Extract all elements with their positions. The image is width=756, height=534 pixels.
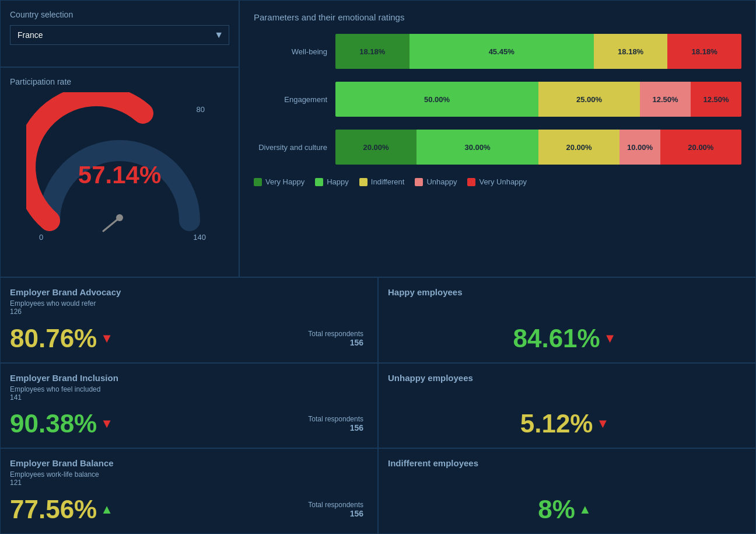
- respondents-label-advocacy: Total respondents: [308, 330, 363, 338]
- legend-happy: Happy: [315, 177, 349, 186]
- value-balance: 77.56% ▲: [10, 495, 113, 524]
- metric-subtitle-balance: Employees work-life balance: [10, 470, 363, 479]
- metric-happy-employees: Happy employees 84.61% ▼: [378, 277, 756, 363]
- respondents-value-balance: 156: [350, 509, 363, 518]
- metric-subtitle-advocacy: Employees who would refer: [10, 299, 363, 308]
- gauge-container: 80 57.14% 0 140: [10, 92, 229, 256]
- metric-indifferent-employees: Indifferent employees 8% ▲: [378, 448, 756, 534]
- participation-panel: Participation rate 80 57.14% 0 140: [0, 67, 239, 278]
- metric-employer-brand-balance: Employer Brand Balance Employees work-li…: [0, 448, 378, 534]
- metric-count-inclusion: 141: [10, 393, 363, 402]
- parameters-panel: Parameters and their emotional ratings W…: [239, 0, 756, 277]
- bar-track-diversity: 20.00% 30.00% 20.00% 10.00% 20.00%: [335, 130, 741, 165]
- segment-very-unhappy: 12.50%: [691, 82, 741, 117]
- bar-track-engagement: 50.00% 25.00% 12.50% 12.50%: [335, 82, 741, 117]
- arrow-down-icon: ▼: [596, 416, 609, 431]
- legend-label-very-happy: Very Happy: [265, 177, 304, 186]
- gauge-value: 57.14%: [78, 161, 161, 189]
- metric-value-row-unhappy: 5.12% ▼: [388, 409, 741, 438]
- metric-value-row-inclusion: 90.38% ▼ Total respondents 156: [10, 409, 363, 438]
- respondents-inclusion: Total respondents 156: [308, 415, 363, 432]
- value-advocacy: 80.76% ▼: [10, 324, 113, 353]
- segment-indifferent: 20.00%: [538, 130, 620, 165]
- country-panel: Country selection France Germany UK Spai…: [0, 0, 239, 67]
- metric-count-balance: 121: [10, 479, 363, 487]
- respondents-value-advocacy: 156: [350, 338, 363, 347]
- legend-label-unhappy: Unhappy: [426, 177, 457, 186]
- country-panel-title: Country selection: [10, 10, 229, 19]
- metric-title-happy: Happy employees: [388, 287, 741, 297]
- segment-happy: 50.00%: [335, 82, 538, 117]
- value-unhappy: 5.12% ▼: [520, 409, 610, 438]
- segment-happy: 45.45%: [410, 34, 594, 69]
- bar-row-engagement: Engagement 50.00% 25.00% 12.50% 12.50%: [254, 82, 741, 117]
- metric-title-unhappy: Unhappy employees: [388, 373, 741, 383]
- gauge-label-0: 0: [39, 233, 43, 242]
- parameters-title: Parameters and their emotional ratings: [254, 12, 741, 22]
- metric-value-balance: 77.56%: [10, 495, 97, 524]
- value-indifferent: 8% ▲: [538, 495, 591, 524]
- metric-count-advocacy: 126: [10, 308, 363, 316]
- respondents-advocacy: Total respondents 156: [308, 330, 363, 347]
- legend-label-indifferent: Indifferent: [371, 177, 405, 186]
- value-inclusion: 90.38% ▼: [10, 409, 113, 438]
- metric-value-row-indifferent: 8% ▲: [388, 495, 741, 524]
- arrow-down-icon: ▼: [100, 331, 113, 346]
- segment-very-unhappy: 20.00%: [660, 130, 741, 165]
- metric-value-unhappy: 5.12%: [520, 409, 593, 438]
- metric-unhappy-employees: Unhappy employees 5.12% ▼: [378, 363, 756, 449]
- bar-label-diversity: Diversity and culture: [254, 143, 335, 152]
- gauge-label-140: 140: [193, 233, 206, 242]
- country-select[interactable]: France Germany UK Spain: [10, 25, 229, 45]
- legend-color-very-happy: [254, 178, 262, 186]
- arrow-up-icon: ▲: [100, 502, 113, 517]
- metric-title-advocacy: Employer Brand Advocacy: [10, 287, 363, 297]
- bar-label-engagement: Engagement: [254, 95, 335, 104]
- participation-title: Participation rate: [10, 77, 71, 86]
- legend-color-unhappy: [415, 178, 423, 186]
- segment-happy: 30.00%: [416, 130, 538, 165]
- metric-value-row-happy: 84.61% ▼: [388, 324, 741, 353]
- metric-subtitle-inclusion: Employees who feel included: [10, 385, 363, 393]
- metric-title-balance: Employer Brand Balance: [10, 458, 363, 468]
- segment-very-happy: 18.18%: [335, 34, 410, 69]
- legend-color-very-unhappy: [467, 178, 475, 186]
- legend-indifferent: Indifferent: [359, 177, 405, 186]
- dashboard: Country selection France Germany UK Spai…: [0, 0, 756, 534]
- respondents-value-inclusion: 156: [350, 423, 363, 432]
- respondents-label-balance: Total respondents: [308, 501, 363, 509]
- segment-unhappy: 12.50%: [640, 82, 691, 117]
- metric-value-indifferent: 8%: [538, 495, 575, 524]
- legend-very-unhappy: Very Unhappy: [467, 177, 527, 186]
- bar-row-diversity: Diversity and culture 20.00% 30.00% 20.0…: [254, 130, 741, 165]
- metric-value-advocacy: 80.76%: [10, 324, 97, 353]
- legend-unhappy: Unhappy: [415, 177, 457, 186]
- bar-label-wellbeing: Well-being: [254, 47, 335, 56]
- segment-unhappy: 10.00%: [620, 130, 660, 165]
- svg-point-1: [116, 214, 123, 221]
- chart-legend: Very Happy Happy Indifferent Unhappy Ver…: [254, 177, 741, 186]
- segment-indifferent: 25.00%: [538, 82, 640, 117]
- bottom-metrics-grid: Employer Brand Advocacy Employees who wo…: [0, 277, 756, 534]
- legend-label-happy: Happy: [327, 177, 349, 186]
- metric-value-inclusion: 90.38%: [10, 409, 97, 438]
- arrow-down-icon: ▼: [604, 331, 617, 346]
- legend-very-happy: Very Happy: [254, 177, 304, 186]
- respondents-balance: Total respondents 156: [308, 501, 363, 518]
- arrow-up-icon: ▲: [579, 502, 592, 517]
- legend-color-happy: [315, 178, 323, 186]
- bar-track-wellbeing: 18.18% 45.45% 18.18% 18.18%: [335, 34, 741, 69]
- segment-very-unhappy: 18.18%: [667, 34, 741, 69]
- arrow-down-icon: ▼: [100, 416, 113, 431]
- respondents-label-inclusion: Total respondents: [308, 415, 363, 423]
- metric-employer-brand-inclusion: Employer Brand Inclusion Employees who f…: [0, 363, 378, 449]
- metric-value-row-advocacy: 80.76% ▼ Total respondents 156: [10, 324, 363, 353]
- metric-title-inclusion: Employer Brand Inclusion: [10, 373, 363, 383]
- metric-title-indifferent: Indifferent employees: [388, 458, 741, 468]
- legend-color-indifferent: [359, 178, 368, 186]
- metric-value-row-balance: 77.56% ▲ Total respondents 156: [10, 495, 363, 524]
- metric-value-happy: 84.61%: [513, 324, 600, 353]
- bar-row-wellbeing: Well-being 18.18% 45.45% 18.18% 18.18%: [254, 34, 741, 69]
- country-select-wrapper[interactable]: France Germany UK Spain ▼: [10, 25, 229, 45]
- segment-very-happy: 20.00%: [335, 130, 416, 165]
